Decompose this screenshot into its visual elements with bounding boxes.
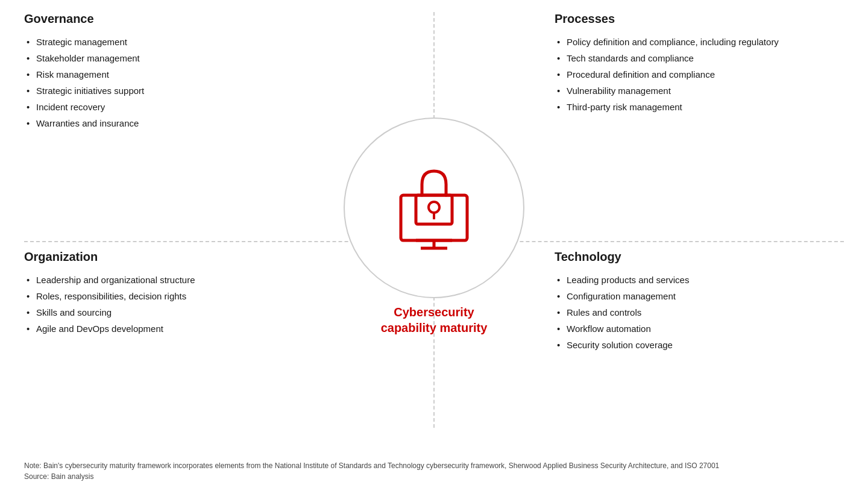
footer-note: Note: Bain's cybersecurity maturity fram…	[24, 460, 844, 471]
list-item: Tech standards and compliance	[555, 52, 844, 64]
list-item: Configuration management	[555, 290, 844, 302]
governance-quadrant: Governance Strategic managementStakehold…	[24, 12, 313, 133]
organization-title: Organization	[24, 250, 313, 264]
organization-quadrant: Organization Leadership and organization…	[24, 250, 313, 339]
list-item: Vulnerability management	[555, 84, 844, 97]
footer-source: Source: Bain analysis	[24, 471, 844, 482]
list-item: Rules and controls	[555, 306, 844, 319]
processes-title: Processes	[555, 12, 844, 26]
list-item: Roles, responsibilities, decision rights	[24, 290, 313, 302]
technology-list: Leading products and servicesConfigurati…	[555, 274, 844, 351]
technology-title: Technology	[555, 250, 844, 264]
center-line2: capability maturity	[381, 321, 488, 334]
list-item: Third-party risk management	[555, 101, 844, 113]
list-item: Leading products and services	[555, 274, 844, 286]
center-area: Cybersecurity capability maturity	[344, 117, 524, 336]
lock-icon	[386, 159, 482, 257]
list-item: Risk management	[24, 68, 313, 81]
list-item: Strategic initiatives support	[24, 84, 313, 97]
list-item: Policy definition and compliance, includ…	[555, 36, 844, 48]
list-item: Strategic management	[24, 36, 313, 48]
list-item: Procedural definition and compliance	[555, 68, 844, 81]
svg-point-5	[429, 202, 439, 213]
footer: Note: Bain's cybersecurity maturity fram…	[24, 460, 844, 482]
list-item: Security solution coverage	[555, 339, 844, 351]
list-item: Skills and sourcing	[24, 306, 313, 319]
technology-quadrant: Technology Leading products and services…	[555, 250, 844, 355]
list-item: Agile and DevOps development	[24, 322, 313, 335]
list-item: Incident recovery	[24, 101, 313, 113]
svg-rect-4	[416, 195, 452, 224]
list-item: Stakeholder management	[24, 52, 313, 64]
governance-title: Governance	[24, 12, 313, 26]
governance-list: Strategic managementStakeholder manageme…	[24, 36, 313, 130]
processes-list: Policy definition and compliance, includ…	[555, 36, 844, 113]
processes-quadrant: Processes Policy definition and complian…	[555, 12, 844, 117]
list-item: Warranties and insurance	[24, 117, 313, 130]
main-container: Governance Strategic managementStakehold…	[0, 0, 868, 488]
organization-list: Leadership and organizational structureR…	[24, 274, 313, 335]
center-line1: Cybersecurity	[394, 305, 474, 319]
list-item: Leadership and organizational structure	[24, 274, 313, 286]
list-item: Workflow automation	[555, 322, 844, 335]
center-label: Cybersecurity capability maturity	[381, 304, 488, 336]
center-circle	[344, 117, 524, 298]
